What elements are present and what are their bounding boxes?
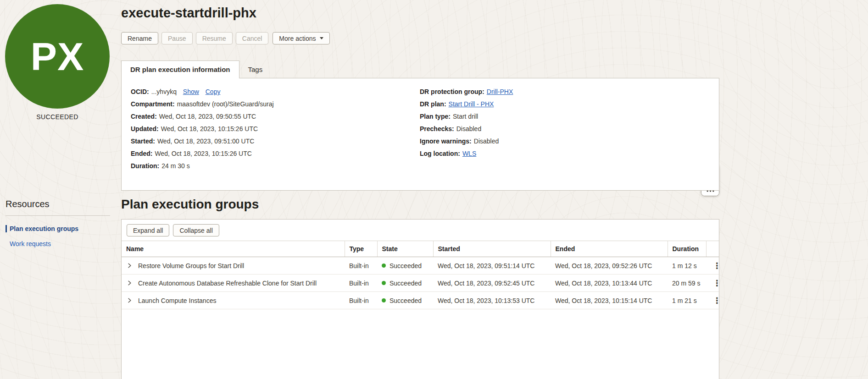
row-started: Wed, Oct 18, 2023, 09:52:45 UTC bbox=[433, 275, 551, 292]
pause-button[interactable]: Pause bbox=[161, 32, 193, 44]
column-header-state: State bbox=[377, 241, 433, 257]
details-left-column: OCID:...yhvykq Show Copy Compartment:maa… bbox=[131, 88, 420, 181]
bottom-section: Resources Plan execution groups Work req… bbox=[0, 191, 719, 379]
expand-all-button[interactable]: Expand all bbox=[127, 224, 169, 236]
dr-plan-link[interactable]: Start Drill - PHX bbox=[449, 100, 494, 108]
row-name: Create Autonomous Database Refreshable C… bbox=[138, 280, 317, 287]
succeeded-status-dot-icon bbox=[382, 264, 386, 268]
ocid-copy-link[interactable]: Copy bbox=[206, 88, 221, 95]
field-label: DR plan: bbox=[420, 100, 446, 108]
succeeded-status-dot-icon bbox=[382, 281, 386, 285]
rename-button[interactable]: Rename bbox=[121, 32, 158, 44]
field-label: Duration: bbox=[131, 162, 159, 170]
ocid-show-link[interactable]: Show bbox=[183, 88, 199, 95]
row-type: Built-in bbox=[345, 275, 377, 292]
field-label: Ended: bbox=[131, 150, 152, 157]
cancel-button[interactable]: Cancel bbox=[236, 32, 269, 44]
row-state: Succeeded bbox=[377, 257, 433, 275]
resource-avatar: PX bbox=[5, 4, 110, 109]
field-value: maasoftdev (root)/SiteGuard/suraj bbox=[177, 100, 274, 108]
field-ignore-warnings: Ignore warnings:Disabled bbox=[420, 137, 710, 145]
field-label: Prechecks: bbox=[420, 125, 454, 132]
column-header-name: Name bbox=[122, 241, 345, 257]
resources-heading: Resources bbox=[6, 199, 110, 209]
actions-bar: Rename Pause Resume Cancel More actions bbox=[121, 32, 719, 44]
field-created: Created:Wed, Oct 18, 2023, 09:50:55 UTC bbox=[131, 112, 420, 121]
field-value: Wed, Oct 18, 2023, 09:50:55 UTC bbox=[159, 113, 256, 120]
succeeded-status-dot-icon bbox=[382, 298, 386, 302]
resource-summary-column: PX SUCCEEDED bbox=[0, 0, 121, 191]
row-type: Built-in bbox=[345, 257, 377, 275]
field-updated: Updated:Wed, Oct 18, 2023, 10:15:26 UTC bbox=[131, 125, 420, 133]
row-duration: 1 m 21 s bbox=[668, 292, 706, 309]
column-header-duration: Duration bbox=[668, 241, 706, 257]
field-dr-protection-group: DR protection group:Drill-PHX bbox=[420, 88, 710, 96]
table-row: Launch Compute Instances Built-in Succee… bbox=[122, 292, 719, 309]
dr-plan-execution-information-panel: OCID:...yhvykq Show Copy Compartment:maa… bbox=[121, 78, 719, 191]
field-value: 24 m 30 s bbox=[161, 162, 189, 170]
row-duration: 20 m 59 s bbox=[668, 275, 706, 292]
field-label: DR protection group: bbox=[420, 88, 484, 95]
row-state-label: Succeeded bbox=[389, 262, 422, 269]
log-location-link[interactable]: WLS bbox=[462, 150, 476, 157]
row-actions-menu-icon[interactable]: ⋮ bbox=[711, 279, 719, 288]
field-prechecks: Prechecks:Disabled bbox=[420, 125, 710, 133]
resources-sidebar: Resources Plan execution groups Work req… bbox=[0, 191, 121, 379]
details-right-column: DR protection group:Drill-PHX DR plan:St… bbox=[420, 88, 710, 181]
column-header-started: Started bbox=[433, 241, 551, 257]
plan-execution-groups-heading: Plan execution groups bbox=[121, 197, 719, 212]
table-row: Restore Volume Groups for Start Drill Bu… bbox=[122, 257, 719, 275]
column-header-actions bbox=[706, 241, 719, 257]
plan-execution-groups-table: Name Type State Started Ended Duration bbox=[122, 241, 719, 309]
tab-bar: DR plan execution information Tags bbox=[121, 60, 719, 78]
field-dr-plan: DR plan:Start Drill - PHX bbox=[420, 100, 710, 108]
sidebar-item-plan-execution-groups[interactable]: Plan execution groups bbox=[6, 225, 110, 232]
row-started: Wed, Oct 18, 2023, 09:51:14 UTC bbox=[433, 257, 551, 275]
field-value: Disabled bbox=[456, 125, 481, 132]
row-expand-chevron-icon[interactable] bbox=[126, 297, 133, 304]
page: PX SUCCEEDED execute-startdrill-phx Rena… bbox=[0, 0, 719, 379]
field-label: Compartment: bbox=[131, 100, 175, 108]
row-actions-menu-icon[interactable]: ⋮ bbox=[711, 261, 719, 270]
field-ocid: OCID:...yhvykq Show Copy bbox=[131, 88, 420, 96]
table-actions-bar: Expand all Collapse all bbox=[122, 220, 719, 241]
field-value: Start drill bbox=[453, 113, 478, 120]
row-expand-chevron-icon[interactable] bbox=[126, 262, 133, 269]
field-label: Started: bbox=[131, 137, 155, 145]
collapse-all-button[interactable]: Collapse all bbox=[173, 224, 219, 236]
field-log-location: Log location:WLS bbox=[420, 149, 710, 158]
field-label: Created: bbox=[131, 113, 157, 120]
row-started: Wed, Oct 18, 2023, 10:13:53 UTC bbox=[433, 292, 551, 309]
row-ended: Wed, Oct 18, 2023, 10:13:44 UTC bbox=[551, 275, 668, 292]
dr-protection-group-link[interactable]: Drill-PHX bbox=[487, 88, 513, 95]
row-state: Succeeded bbox=[377, 275, 433, 292]
field-label: Plan type: bbox=[420, 113, 451, 120]
field-ended: Ended:Wed, Oct 18, 2023, 10:15:26 UTC bbox=[131, 149, 420, 158]
field-label: Ignore warnings: bbox=[420, 137, 472, 145]
sidebar-divider bbox=[6, 215, 110, 216]
row-state-label: Succeeded bbox=[389, 280, 422, 287]
resume-button[interactable]: Resume bbox=[196, 32, 233, 44]
row-ended: Wed, Oct 18, 2023, 10:15:14 UTC bbox=[551, 292, 668, 309]
field-label: Updated: bbox=[131, 125, 159, 132]
field-compartment: Compartment:maasoftdev (root)/SiteGuard/… bbox=[131, 100, 420, 108]
sidebar-item-work-requests[interactable]: Work requests bbox=[6, 240, 110, 247]
row-actions-menu-icon[interactable]: ⋮ bbox=[711, 296, 719, 305]
column-header-ended: Ended bbox=[551, 241, 668, 257]
row-type: Built-in bbox=[345, 292, 377, 309]
column-header-type: Type bbox=[345, 241, 377, 257]
page-title: execute-startdrill-phx bbox=[121, 5, 719, 21]
table-row: Create Autonomous Database Refreshable C… bbox=[122, 275, 719, 292]
field-value: Wed, Oct 18, 2023, 10:15:26 UTC bbox=[155, 150, 251, 157]
field-value: Wed, Oct 18, 2023, 09:51:00 UTC bbox=[157, 137, 254, 145]
more-actions-button[interactable]: More actions bbox=[273, 32, 329, 44]
tab-tags[interactable]: Tags bbox=[239, 61, 272, 78]
avatar-initials: PX bbox=[31, 34, 84, 79]
field-label: OCID: bbox=[131, 88, 149, 95]
row-expand-chevron-icon[interactable] bbox=[126, 280, 133, 286]
tab-dr-plan-execution-information[interactable]: DR plan execution information bbox=[121, 60, 239, 78]
caret-down-icon bbox=[320, 37, 323, 39]
row-duration: 1 m 12 s bbox=[668, 257, 706, 275]
status-badge: SUCCEEDED bbox=[5, 113, 110, 121]
field-plan-type: Plan type:Start drill bbox=[420, 112, 710, 121]
